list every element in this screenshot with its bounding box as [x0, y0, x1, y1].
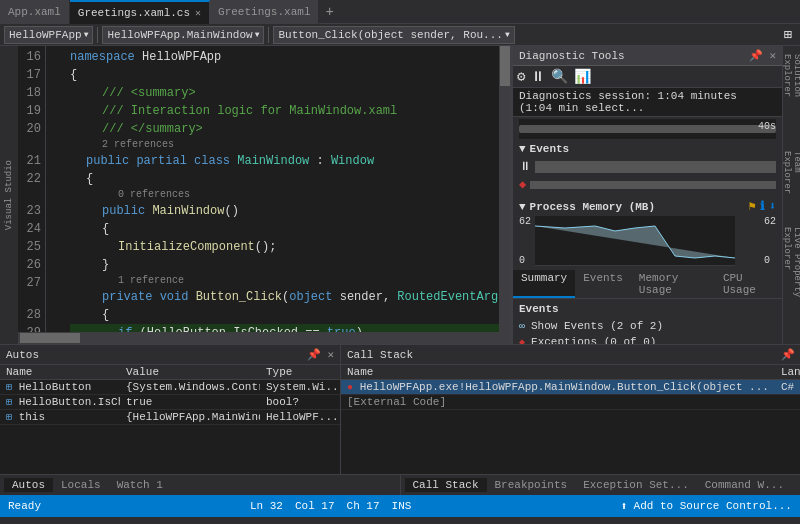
status-mode: INS [392, 500, 412, 512]
code-line: { [70, 220, 499, 238]
horizontal-scrollbar[interactable] [18, 332, 511, 344]
close-icon[interactable]: ✕ [195, 7, 201, 19]
down-icon[interactable]: ⬇ [769, 199, 776, 214]
callstack-row[interactable]: [External Code] [341, 395, 800, 410]
callstack-table: Name Lang ● HelloWPFApp.exe!HelloWPFApp.… [341, 365, 800, 410]
diagnostic-toolbar: ⚙ ⏸ 🔍 📊 [513, 66, 782, 88]
tab-cpu-usage[interactable]: CPU Usage [715, 270, 782, 298]
tab-breakpoints[interactable]: Breakpoints [487, 478, 576, 492]
bottom-tabs-left: Autos Locals Watch 1 [0, 475, 401, 495]
tab-exception[interactable]: Exception Set... [575, 478, 697, 492]
collapse-icon: ▼ [519, 143, 526, 155]
code-line: } [70, 256, 499, 274]
tab-events[interactable]: Events [575, 270, 631, 298]
summary-content: Events ∞ Show Events (2 of 2) ◆ Exceptio… [513, 299, 782, 344]
flag-icon[interactable]: ⚑ [749, 199, 756, 214]
tab-label-active: Greetings.xaml.cs [78, 7, 190, 19]
bottom-tabs-right: Call Stack Breakpoints Exception Set... … [401, 475, 801, 495]
summary-event-row[interactable]: ∞ Show Events (2 of 2) [519, 318, 776, 334]
diamond-icon: ◆ [519, 177, 526, 192]
autos-panel-header: Autos 📌 ✕ [0, 345, 340, 365]
tab-summary[interactable]: Summary [513, 270, 575, 298]
autos-row[interactable]: ⊞ HelloButton {System.Windows.Controls.R… [0, 380, 340, 395]
pause-events-btn[interactable]: ⏸ [519, 159, 531, 174]
pause-icon[interactable]: ⏸ [531, 69, 545, 85]
mem-max2: 62 [764, 216, 776, 227]
code-content[interactable]: namespace HelloWPFApp { /// <summary> //… [64, 46, 499, 332]
code-line: { [70, 66, 499, 84]
add-tab-button[interactable]: + [319, 0, 339, 24]
source-control-label[interactable]: Add to Source Control... [634, 500, 792, 512]
close-icon[interactable]: ✕ [327, 348, 334, 361]
status-ln: Ln 32 [250, 500, 283, 512]
collapse-icon: ▼ [519, 201, 526, 213]
line-numbers: 16 17 18 19 20 21 22 23 24 25 26 27 28 2… [18, 46, 46, 332]
tab-label: App.xaml [8, 6, 61, 18]
code-gutter: ● ⇒ [46, 46, 64, 332]
code-line: /// </summary> [70, 120, 499, 138]
tab-app-xaml[interactable]: App.xaml [0, 0, 70, 24]
window-dropdown[interactable]: HelloWPFApp.MainWindow ▼ [102, 26, 264, 44]
settings-icon[interactable]: ⚙ [517, 68, 525, 85]
code-line: public MainWindow() [70, 202, 499, 220]
autos-table: Name Value Type ⊞ HelloButton {System.Wi… [0, 365, 340, 425]
pin-icon[interactable]: 📌 [307, 348, 321, 361]
autos-title: Autos [6, 349, 39, 361]
tab-locals[interactable]: Locals [53, 478, 109, 492]
right-sidebar: Solution Explorer Team Explorer Live Pro… [782, 46, 800, 344]
code-line: /// Interaction logic for MainWindow.xam… [70, 102, 499, 120]
pin-icon[interactable]: 📌 [749, 49, 763, 62]
status-bar: Ready Ln 32 Col 17 Ch 17 INS ⬆ Add to So… [0, 495, 800, 517]
autos-row[interactable]: ⊞ this {HelloWPFApp.MainWindow} 🔍 HelloW… [0, 410, 340, 425]
chevron-down-icon: ▼ [84, 30, 89, 39]
events-section-header[interactable]: ▼ Events [519, 143, 776, 155]
chevron-down-icon: ▼ [255, 30, 260, 39]
chart-icon[interactable]: 📊 [574, 68, 591, 85]
callstack-panel: Call Stack 📌 ✕ Name Lang ● HelloWPFApp.e… [341, 345, 800, 474]
source-control-icon: ⬆ [620, 499, 627, 514]
code-ref: 2 references [70, 138, 499, 152]
show-events-icon: ∞ [519, 321, 525, 332]
close-icon[interactable]: ✕ [769, 49, 776, 62]
col-name: Name [0, 365, 120, 380]
session-info: Diagnostics session: 1:04 minutes (1:04 … [513, 88, 782, 117]
code-scrollbar[interactable] [499, 46, 511, 332]
diagnostic-tabs: Summary Events Memory Usage CPU Usage [513, 270, 782, 299]
tab-callstack[interactable]: Call Stack [405, 478, 487, 492]
tab-memory-usage[interactable]: Memory Usage [631, 270, 715, 298]
info-icon[interactable]: ℹ [760, 199, 765, 214]
code-ref: 0 references [70, 188, 499, 202]
tab-command[interactable]: Command W... [697, 478, 792, 492]
pin-icon[interactable]: 📌 [781, 348, 795, 361]
method-dropdown[interactable]: Button_Click(object sender, Rou... ▼ [273, 26, 514, 44]
summary-event-row[interactable]: ◆ Exceptions (0 of 0) [519, 334, 776, 344]
code-line: { [70, 170, 499, 188]
team-explorer-label[interactable]: Team Explorer [782, 147, 801, 222]
live-property-label[interactable]: Live Property Explorer [782, 223, 801, 344]
callstack-panel-header: Call Stack 📌 ✕ [341, 345, 800, 365]
code-line-if: if (HelloButton.IsChecked == true) [70, 324, 499, 332]
solution-explorer-label[interactable]: Solution Explorer [782, 50, 801, 145]
tab-watch1[interactable]: Watch 1 [109, 478, 171, 492]
tab-greetings-cs[interactable]: Greetings.xaml.cs ✕ [70, 0, 210, 24]
exceptions-label: Exceptions (0 of 0) [531, 336, 656, 344]
project-dropdown[interactable]: HelloWPFApp ▼ [4, 26, 93, 44]
tab-immediate[interactable]: Immediate W... [792, 478, 800, 492]
mem-min2: 0 [764, 255, 776, 266]
tab-greetings-xaml[interactable]: Greetings.xaml [210, 0, 319, 24]
cs-col-name: Name [341, 365, 775, 380]
tab-label: Greetings.xaml [218, 6, 310, 18]
code-line: { [70, 306, 499, 324]
diagnostic-panel: Diagnostic Tools 📌 ✕ ⚙ ⏸ 🔍 📊 Diagnostics… [512, 46, 782, 344]
tab-autos[interactable]: Autos [4, 478, 53, 492]
search-icon[interactable]: 🔍 [551, 68, 568, 85]
memory-section-header[interactable]: ▼ Process Memory (MB) ⚑ ℹ ⬇ [519, 199, 776, 214]
callstack-row[interactable]: ● HelloWPFApp.exe!HelloWPFApp.MainWindow… [341, 380, 800, 395]
chevron-down-icon: ▼ [505, 30, 510, 39]
code-line: InitializeComponent(); [70, 238, 499, 256]
autos-row[interactable]: ⊞ HelloButton.IsCh... true bool? [0, 395, 340, 410]
code-line: public partial class MainWindow : Window [70, 152, 499, 170]
timeline-label: 40s [758, 121, 776, 132]
expand-button[interactable]: ⊞ [780, 26, 796, 43]
code-line: /// <summary> [70, 84, 499, 102]
